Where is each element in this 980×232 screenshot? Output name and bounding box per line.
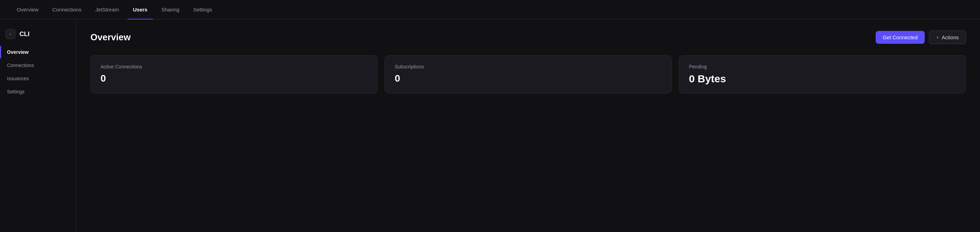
stat-value-subscriptions: 0: [395, 73, 662, 84]
sidebar-back-button[interactable]: ‹: [6, 29, 15, 39]
header-actions: Get Connected ∨ Actions: [876, 30, 966, 44]
stat-label-subscriptions: Subscriptions: [395, 64, 662, 69]
stat-value-pending: 0 Bytes: [689, 73, 956, 85]
stat-label-pending: Pending: [689, 64, 956, 69]
content-header: Overview Get Connected ∨ Actions: [91, 30, 966, 44]
sidebar-item-issuances[interactable]: Issuances: [0, 72, 76, 85]
page-title: Overview: [91, 32, 131, 43]
sidebar-item-connections[interactable]: Connections: [0, 59, 76, 71]
tab-users[interactable]: Users: [127, 0, 153, 19]
content-area: Overview Get Connected ∨ Actions Active …: [76, 19, 980, 232]
stat-value-active-connections: 0: [100, 73, 368, 84]
stats-grid: Active Connections 0 Subscriptions 0 Pen…: [91, 55, 966, 93]
actions-button[interactable]: ∨ Actions: [929, 30, 966, 44]
tab-jetstream[interactable]: JetStream: [90, 0, 124, 19]
sidebar-item-overview[interactable]: Overview: [0, 46, 76, 58]
top-navigation: Overview Connections JetStream Users Sha…: [0, 0, 980, 19]
tab-overview[interactable]: Overview: [11, 0, 44, 19]
sidebar-navigation: Overview Connections Issuances Settings: [0, 46, 76, 98]
stat-card-pending: Pending 0 Bytes: [679, 55, 966, 93]
get-connected-button[interactable]: Get Connected: [876, 31, 925, 44]
sidebar-title: CLI: [19, 30, 30, 38]
sidebar-header: ‹ CLI: [0, 27, 76, 46]
sidebar-item-settings[interactable]: Settings: [0, 85, 76, 98]
actions-label: Actions: [942, 35, 959, 40]
chevron-down-icon: ∨: [936, 35, 939, 39]
stat-label-active-connections: Active Connections: [100, 64, 368, 69]
tab-settings[interactable]: Settings: [188, 0, 218, 19]
stat-card-subscriptions: Subscriptions 0: [385, 55, 672, 93]
stat-card-active-connections: Active Connections 0: [91, 55, 378, 93]
tab-sharing[interactable]: Sharing: [156, 0, 185, 19]
tab-connections[interactable]: Connections: [47, 0, 87, 19]
main-layout: ‹ CLI Overview Connections Issuances Set…: [0, 19, 980, 232]
sidebar: ‹ CLI Overview Connections Issuances Set…: [0, 19, 76, 232]
